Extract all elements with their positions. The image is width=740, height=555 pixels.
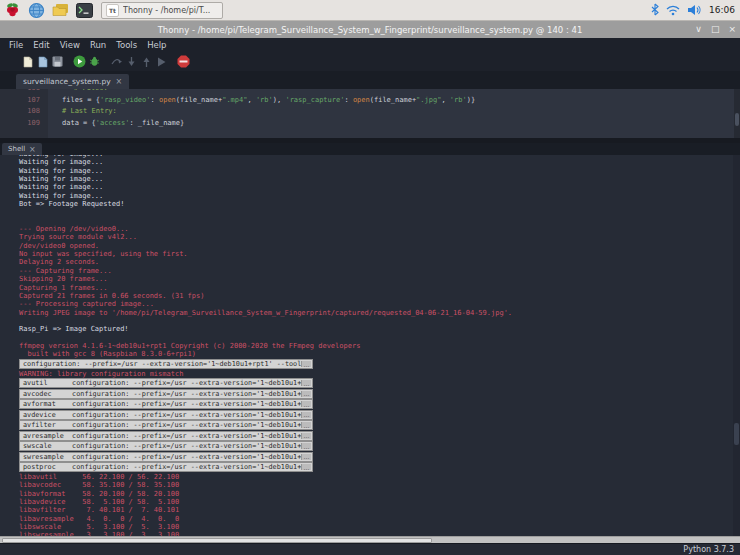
shell-output-line: Waiting for image... <box>19 167 740 175</box>
squeezed-output-text: avresample configuration: --prefix=/usr … <box>23 432 301 440</box>
expand-output-button[interactable]: … <box>301 412 311 418</box>
shell-blank-line <box>19 317 740 325</box>
code-area[interactable]: # Files:files = {'rasp_video': open(file… <box>48 89 732 138</box>
step-into-button[interactable] <box>125 55 138 69</box>
shell-output-line: Captured 21 frames in 0.66 seconds. (31 … <box>19 292 740 300</box>
shell-vertical-scrollbar[interactable] <box>733 155 740 536</box>
open-file-button[interactable] <box>36 55 49 69</box>
shell-output-line: No input was specified, using the first. <box>19 250 740 258</box>
squeezed-output-box[interactable]: avcodec configuration: --prefix=/usr --e… <box>19 389 313 399</box>
squeezed-output-box[interactable]: avresample configuration: --prefix=/usr … <box>19 431 313 441</box>
squeezed-output-text: postproc configuration: --prefix=/usr --… <box>23 463 301 471</box>
squeezed-output-text: avdevice configuration: --prefix=/usr --… <box>23 411 301 419</box>
menu-tools[interactable]: Tools <box>111 40 142 50</box>
shell-output-line: --- Opening /dev/video0... <box>19 225 740 233</box>
shell-output-line: libavresample 4. 0. 0 / 4. 0. 0 <box>19 515 740 523</box>
shell-tab-label: Shell <box>8 145 25 153</box>
step-over-button[interactable] <box>110 55 123 69</box>
code-editor[interactable]: 106107108109 # Files:files = {'rasp_vide… <box>0 89 740 138</box>
squeezed-output-box[interactable]: swscale configuration: --prefix=/usr --e… <box>19 441 313 451</box>
menu-file[interactable]: File <box>4 40 28 50</box>
window-titlebar[interactable]: Thonny - /home/pi/Telegram_Surveillance_… <box>0 21 740 38</box>
squeezed-output-text: configuration: --prefix=/usr --extra-ver… <box>23 360 301 368</box>
squeezed-output-text: avformat configuration: --prefix=/usr --… <box>23 400 301 408</box>
minimize-button[interactable]: ∨ <box>695 21 702 38</box>
volume-icon[interactable] <box>687 1 702 20</box>
shell-blank-line <box>19 334 740 342</box>
expand-output-button[interactable]: … <box>301 401 311 407</box>
squeezed-output-box[interactable]: avutil configuration: --prefix=/usr --ex… <box>19 378 313 388</box>
run-script-button[interactable] <box>73 55 86 69</box>
squeezed-output-box[interactable]: configuration: --prefix=/usr --extra-ver… <box>19 359 313 369</box>
resume-button[interactable] <box>155 55 168 69</box>
code-line-107: files = {'rasp_video': open(file_name+".… <box>48 95 732 107</box>
menu-run[interactable]: Run <box>85 40 111 50</box>
close-button[interactable]: × <box>728 21 736 38</box>
menu-edit[interactable]: Edit <box>28 40 54 50</box>
desktop-taskbar: Tt Thonny - /home/pi/T... 16:06 <box>0 0 740 21</box>
expand-output-button[interactable]: … <box>301 361 311 367</box>
expand-output-button[interactable]: … <box>301 454 311 460</box>
squeezed-output-box[interactable]: avdevice configuration: --prefix=/usr --… <box>19 410 313 420</box>
editor-tab-label: surveillance_system.py <box>23 77 111 86</box>
squeezed-output-text: swresample configuration: --prefix=/usr … <box>23 453 301 461</box>
menubar: FileEditViewRunToolsHelp <box>0 38 740 52</box>
shell-tab-close-icon[interactable]: × <box>29 145 36 154</box>
menu-help[interactable]: Help <box>142 40 171 50</box>
squeezed-output-text: avcodec configuration: --prefix=/usr --e… <box>23 390 301 398</box>
squeezed-output-text: avutil configuration: --prefix=/usr --ex… <box>23 379 301 387</box>
thonny-icon: Tt <box>106 4 119 17</box>
code-line-109: data = {'access': _file_name} <box>48 118 732 130</box>
web-browser-icon[interactable] <box>24 1 48 20</box>
stop-button[interactable] <box>177 55 190 69</box>
expand-output-button[interactable]: … <box>301 391 311 397</box>
bluetooth-icon[interactable] <box>651 1 659 20</box>
squeezed-output-text: avfilter configuration: --prefix=/usr --… <box>23 421 301 429</box>
python-version-label[interactable]: Python 3.7.3 <box>683 545 734 554</box>
menu-view[interactable]: View <box>55 40 85 50</box>
line-number: 107 <box>0 95 48 107</box>
squeezed-output-box[interactable]: swresample configuration: --prefix=/usr … <box>19 452 313 462</box>
expand-output-button[interactable]: … <box>301 380 311 386</box>
raspberry-menu-icon[interactable] <box>0 1 24 20</box>
taskbar-window-label: Thonny - /home/pi/T... <box>123 6 210 15</box>
editor-tabbar: surveillance_system.py × <box>0 71 740 89</box>
shell-output-line: libavutil 56. 22.100 / 56. 22.100 <box>19 473 740 481</box>
tab-surveillance-system-py[interactable]: surveillance_system.py × <box>16 74 129 89</box>
squeezed-output-box[interactable]: avformat configuration: --prefix=/usr --… <box>19 399 313 409</box>
window-title: Thonny - /home/pi/Telegram_Surveillance_… <box>158 25 583 35</box>
expand-output-button[interactable]: … <box>301 443 311 449</box>
shell-output-line: Waiting for image... <box>19 183 740 191</box>
editor-tab-close-icon[interactable]: × <box>116 77 123 86</box>
taskbar-window-button[interactable]: Tt Thonny - /home/pi/T... <box>101 2 223 19</box>
shell-output-line: Waiting for image... <box>19 158 740 166</box>
new-file-button[interactable] <box>21 55 34 69</box>
shell-output-line: libavformat 58. 20.100 / 58. 20.100 <box>19 490 740 498</box>
step-out-button[interactable] <box>140 55 153 69</box>
file-manager-icon[interactable] <box>48 1 72 20</box>
shell-blank-line <box>19 217 740 225</box>
squeezed-output-box[interactable]: avfilter configuration: --prefix=/usr --… <box>19 420 313 430</box>
editor-scrollbar-thumb[interactable] <box>735 113 739 126</box>
squeezed-output-text: swscale configuration: --prefix=/usr --e… <box>23 442 301 450</box>
save-file-button[interactable] <box>51 55 64 69</box>
squeezed-output-box[interactable]: postproc configuration: --prefix=/usr --… <box>19 462 313 472</box>
expand-output-button[interactable]: … <box>301 433 311 439</box>
shell-vscrollbar-thumb[interactable] <box>734 423 739 445</box>
editor-vertical-scrollbar[interactable] <box>734 89 740 138</box>
maximize-button[interactable]: □ <box>711 21 720 38</box>
shell-pane[interactable]: Waiting for image...Waiting for image...… <box>0 155 740 543</box>
shell-output-line: WARNING: library configuration mismatch <box>19 370 740 378</box>
shell-horizontal-scrollbar[interactable] <box>0 536 740 543</box>
debug-script-button[interactable] <box>88 55 101 69</box>
terminal-icon[interactable] <box>72 1 96 20</box>
tab-shell[interactable]: Shell × <box>2 143 42 155</box>
expand-output-button[interactable]: … <box>301 422 311 428</box>
shell-output-line: libswscale 5. 3.100 / 5. 3.100 <box>19 523 740 531</box>
wifi-icon[interactable] <box>666 1 680 20</box>
system-tray: 16:06 <box>651 1 740 20</box>
line-number: 109 <box>0 118 48 130</box>
shell-output-line: Writing JPEG image to '/home/pi/Telegram… <box>19 309 740 317</box>
expand-output-button[interactable]: … <box>301 464 311 470</box>
taskbar-clock: 16:06 <box>709 5 735 15</box>
